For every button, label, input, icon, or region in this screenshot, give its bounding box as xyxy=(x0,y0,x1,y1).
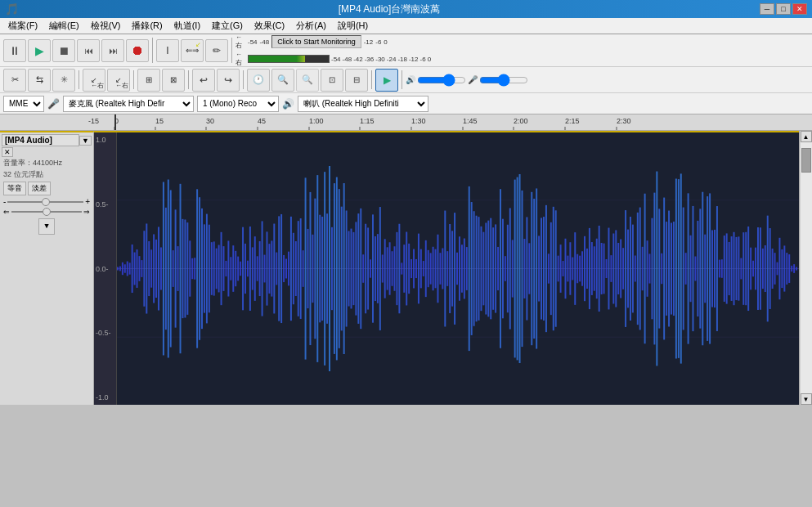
svg-rect-233 xyxy=(642,247,644,290)
svg-rect-280 xyxy=(755,248,756,290)
svg-rect-87 xyxy=(290,217,292,321)
main-content: [MP4 Audio] ▼ ✕ 音量率：44100Hz 32 位元浮點 等音 淡… xyxy=(0,131,812,405)
zoom-out-btn[interactable]: 🔍 xyxy=(296,69,319,92)
volume-slider-thumb[interactable] xyxy=(42,198,50,206)
svg-rect-198 xyxy=(558,256,559,282)
svg-rect-232 xyxy=(639,208,641,330)
menu-generate[interactable]: 軌道(I) xyxy=(169,18,205,34)
vu-scale-r2: -48 xyxy=(343,56,352,63)
zoom-in-btn[interactable]: 🔍 xyxy=(271,69,294,92)
envelope-tool[interactable]: ⇆ xyxy=(28,69,51,92)
menu-analyze[interactable]: 分析(A) xyxy=(291,18,331,34)
click-to-monitor-button[interactable]: Click to Start Monitoring xyxy=(271,35,361,48)
svg-rect-194 xyxy=(548,254,550,283)
pan-slider-track[interactable] xyxy=(11,211,82,213)
svg-rect-217 xyxy=(603,244,605,294)
svg-rect-123 xyxy=(377,234,379,303)
svg-rect-124 xyxy=(379,207,381,330)
svg-rect-148 xyxy=(437,235,438,303)
output-volume-slider[interactable] xyxy=(417,75,466,85)
vol-plus[interactable]: + xyxy=(85,197,90,206)
stop-button[interactable]: ⏹ xyxy=(52,39,75,62)
vscroll-track[interactable] xyxy=(801,142,812,393)
pencil-tool[interactable]: ✏ xyxy=(205,39,228,62)
menu-tracks[interactable]: 播錄(R) xyxy=(127,18,167,34)
vscroll-down-arrow[interactable]: ▼ xyxy=(801,393,812,405)
zoom-sel-btn[interactable]: ⊟ xyxy=(345,69,368,92)
vertical-scrollbar[interactable]: ▲ ▼ xyxy=(799,131,812,405)
fast-forward-button[interactable]: ⏭ xyxy=(101,39,124,62)
sep8 xyxy=(402,70,402,89)
vscroll-up-arrow[interactable]: ▲ xyxy=(801,131,812,142)
vol-minus[interactable]: - xyxy=(3,197,6,206)
align-left-btn[interactable]: ↙ ←右 xyxy=(83,69,105,92)
svg-rect-95 xyxy=(309,192,311,345)
zoom-tool[interactable]: ⇐⇒ ↙ xyxy=(181,39,204,62)
window-controls: ─ □ ✕ xyxy=(760,3,807,15)
waveform-svg[interactable] xyxy=(117,132,799,405)
menu-help[interactable]: 說明(H) xyxy=(333,18,373,34)
track-collapse-btn[interactable]: ▲ xyxy=(38,218,55,235)
restore-button[interactable]: □ xyxy=(776,3,791,15)
align-right-btn[interactable]: ↙ ←右 xyxy=(107,69,130,92)
select-tool[interactable]: ✂ xyxy=(3,69,26,92)
sync-btn[interactable]: 🕐 xyxy=(247,69,270,92)
pause-button[interactable]: ⏸ xyxy=(3,39,26,62)
host-select[interactable]: MME xyxy=(3,96,44,112)
svg-rect-81 xyxy=(276,253,277,285)
svg-rect-228 xyxy=(630,217,631,321)
pan-slider-thumb[interactable] xyxy=(43,208,51,216)
redo-btn[interactable]: ↪ xyxy=(217,69,240,92)
svg-rect-30 xyxy=(153,234,155,303)
draw-tool[interactable]: ✳ xyxy=(52,69,75,92)
mic-select[interactable]: 麥克風 (Realtek High Defir xyxy=(63,96,194,112)
play-button[interactable]: ▶ xyxy=(28,39,51,62)
svg-rect-230 xyxy=(635,255,636,281)
track-close-btn[interactable]: ✕ xyxy=(2,147,13,157)
cursor-tool[interactable]: I xyxy=(156,39,179,62)
svg-rect-110 xyxy=(346,210,348,326)
svg-rect-293 xyxy=(786,253,787,285)
svg-rect-56 xyxy=(216,249,218,289)
menu-effect[interactable]: 效果(C) xyxy=(249,18,289,34)
track-dropdown-btn[interactable]: ▼ xyxy=(79,136,92,146)
svg-rect-225 xyxy=(622,248,624,289)
volume-slider-track[interactable] xyxy=(7,201,83,203)
svg-rect-223 xyxy=(617,243,619,294)
undo-btn[interactable]: ↩ xyxy=(192,69,215,92)
vscroll-thumb[interactable] xyxy=(801,148,811,173)
waveform-area[interactable]: 1.0 0.5- 0.0- -0.5- -1.0 xyxy=(94,131,799,405)
input-volume-slider[interactable] xyxy=(479,75,528,85)
svg-rect-50 xyxy=(201,209,203,329)
svg-rect-259 xyxy=(704,235,706,303)
channels-select[interactable]: 1 (Mono) Reco xyxy=(197,96,279,112)
vu-scale-r7: -18 xyxy=(397,56,407,63)
trim-audio-btn[interactable]: ⊞ xyxy=(137,69,160,92)
svg-rect-62 xyxy=(230,257,231,280)
svg-rect-214 xyxy=(596,239,598,298)
svg-rect-35 xyxy=(165,208,167,330)
timeline-ruler[interactable]: -15 0 15 30 45 1:00 1:15 1:30 1:45 2:00 … xyxy=(0,114,812,131)
zoom-fit-btn[interactable]: ⊡ xyxy=(321,69,343,92)
track-panel: [MP4 Audio] ▼ ✕ 音量率：44100Hz 32 位元浮點 等音 淡… xyxy=(0,131,94,405)
track-gain-btn[interactable]: 淡差 xyxy=(28,182,51,195)
speaker-select[interactable]: 喇叭 (Realtek High Definiti xyxy=(298,96,428,112)
menu-view[interactable]: 檢視(V) xyxy=(86,18,126,34)
menu-edit[interactable]: 編輯(E) xyxy=(44,18,84,34)
svg-rect-115 xyxy=(357,213,359,324)
vu-scale-num: -48 xyxy=(260,38,270,46)
ruler-tick-30: 30 xyxy=(206,117,214,125)
record-button[interactable]: ⏺ xyxy=(126,39,149,62)
track-eq-btn[interactable]: 等音 xyxy=(3,182,26,195)
play-at-cursor-btn[interactable]: ▶ xyxy=(375,69,398,92)
close-button[interactable]: ✕ xyxy=(792,3,807,15)
svg-rect-166 xyxy=(480,227,482,311)
rewind-button[interactable]: ⏮ xyxy=(77,39,100,62)
ruler-tick-neg15: -15 xyxy=(88,117,99,125)
minimize-button[interactable]: ─ xyxy=(760,3,774,15)
menu-build[interactable]: 建立(G) xyxy=(207,18,248,34)
silence-btn[interactable]: ⊠ xyxy=(162,69,185,92)
svg-rect-48 xyxy=(196,189,198,348)
ruler-ticks-svg xyxy=(0,114,812,130)
menu-file[interactable]: 檔案(F) xyxy=(3,18,43,34)
